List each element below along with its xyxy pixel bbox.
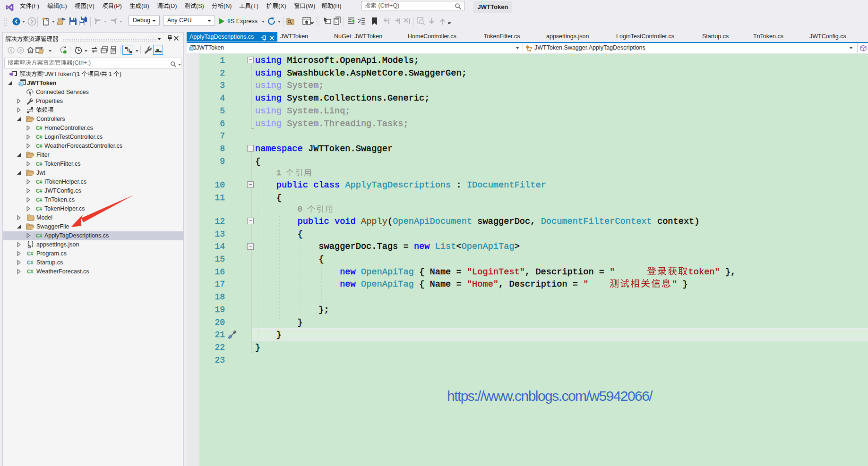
svg-text:2: 2 <box>358 18 361 25</box>
